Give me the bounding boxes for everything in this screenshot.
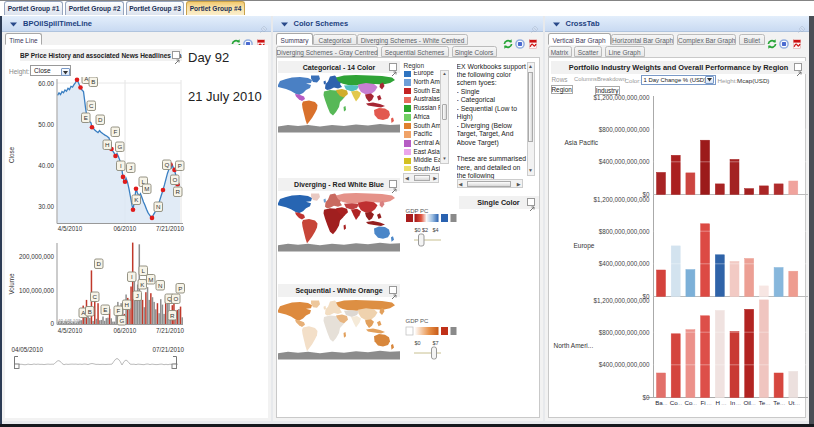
svg-text:...: ... bbox=[780, 399, 785, 406]
svg-text:$0: $0 bbox=[642, 394, 650, 401]
svg-text:30.00: 30.00 bbox=[38, 203, 54, 210]
svg-text:C: C bbox=[93, 293, 98, 300]
svg-text:100,000,000: 100,000,000 bbox=[19, 287, 55, 294]
svg-text:H: H bbox=[715, 399, 719, 406]
svg-text:40.00: 40.00 bbox=[38, 162, 54, 169]
svg-text:$800,000,000,000: $800,000,000,000 bbox=[598, 228, 649, 235]
svg-text:Fi: Fi bbox=[700, 399, 705, 406]
svg-text:M: M bbox=[148, 276, 153, 283]
svg-text:60.00: 60.00 bbox=[38, 80, 54, 87]
svg-text:Close: Close bbox=[8, 146, 15, 163]
svg-text:...: ... bbox=[691, 399, 696, 406]
svg-text:...: ... bbox=[662, 399, 667, 406]
svg-text:$1,200,000,000,000: $1,200,000,000,000 bbox=[593, 297, 650, 304]
svg-text:$0: $0 bbox=[414, 227, 420, 233]
svg-text:...: ... bbox=[706, 399, 711, 406]
svg-text:$1,200,000,000,000: $1,200,000,000,000 bbox=[593, 196, 650, 203]
svg-text:Q: Q bbox=[164, 161, 169, 168]
svg-text:07/21/2010: 07/21/2010 bbox=[152, 346, 184, 353]
svg-text:$4: $4 bbox=[432, 227, 438, 233]
svg-text:O: O bbox=[172, 176, 177, 183]
svg-text:4/5/2010: 4/5/2010 bbox=[58, 327, 83, 334]
svg-text:O: O bbox=[173, 295, 178, 302]
svg-text:...: ... bbox=[750, 399, 755, 406]
svg-text:North Ameri...: North Ameri... bbox=[553, 342, 593, 349]
svg-text:D: D bbox=[97, 260, 102, 267]
svg-text:J: J bbox=[136, 292, 139, 299]
svg-text:$400,000,000,000: $400,000,000,000 bbox=[598, 158, 649, 165]
svg-text:L: L bbox=[142, 267, 146, 274]
svg-text:06/2010: 06/2010 bbox=[114, 225, 137, 232]
svg-text:4/5/2010: 4/5/2010 bbox=[58, 225, 83, 232]
svg-text:J: J bbox=[129, 164, 132, 171]
svg-text:B: B bbox=[91, 78, 95, 85]
svg-text:0: 0 bbox=[50, 320, 54, 327]
svg-text:G: G bbox=[117, 143, 122, 150]
svg-text:$0: $0 bbox=[414, 340, 420, 346]
svg-text:N: N bbox=[158, 282, 162, 289]
svg-text:40,445,100: 40,445,100 bbox=[58, 319, 81, 324]
svg-text:200,000,000: 200,000,000 bbox=[19, 253, 55, 260]
svg-text:...: ... bbox=[794, 399, 799, 406]
svg-text:H: H bbox=[125, 301, 129, 308]
svg-text:...: ... bbox=[721, 399, 726, 406]
svg-text:...: ... bbox=[735, 399, 740, 406]
svg-text:$400,000,000,000: $400,000,000,000 bbox=[598, 361, 649, 368]
svg-text:$7: $7 bbox=[432, 340, 438, 346]
svg-text:F: F bbox=[116, 307, 120, 314]
svg-text:I: I bbox=[120, 162, 122, 169]
svg-text:N: N bbox=[156, 203, 160, 210]
svg-text:Asia Pacific: Asia Pacific bbox=[564, 139, 598, 146]
svg-text:I: I bbox=[131, 273, 133, 280]
svg-text:E: E bbox=[103, 306, 107, 313]
svg-text:F: F bbox=[113, 128, 117, 135]
svg-text:D: D bbox=[98, 116, 103, 123]
svg-text:E: E bbox=[84, 114, 88, 121]
svg-text:M: M bbox=[144, 185, 149, 192]
svg-text:...: ... bbox=[677, 399, 682, 406]
svg-text:Europe: Europe bbox=[573, 242, 594, 250]
svg-text:H: H bbox=[105, 141, 109, 148]
svg-text:In: In bbox=[729, 399, 735, 406]
svg-text:7/21/2010: 7/21/2010 bbox=[156, 225, 185, 232]
svg-text:$400,000,000,000: $400,000,000,000 bbox=[598, 260, 649, 267]
svg-text:...: ... bbox=[765, 399, 770, 406]
svg-text:$800,000,000,000: $800,000,000,000 bbox=[598, 126, 649, 133]
svg-text:04/05/2010: 04/05/2010 bbox=[12, 346, 44, 353]
svg-text:P: P bbox=[178, 285, 182, 292]
svg-text:R: R bbox=[176, 188, 181, 195]
svg-text:Ut: Ut bbox=[788, 399, 794, 406]
svg-text:$1,200,000,000,000: $1,200,000,000,000 bbox=[593, 94, 650, 101]
svg-text:06/2010: 06/2010 bbox=[114, 327, 137, 334]
svg-text:$800,000,000,000: $800,000,000,000 bbox=[598, 329, 649, 336]
svg-text:P: P bbox=[178, 162, 182, 169]
svg-text:G: G bbox=[119, 317, 124, 324]
svg-text:B: B bbox=[88, 308, 92, 315]
svg-text:Volume: Volume bbox=[8, 273, 15, 295]
svg-text:$2: $2 bbox=[422, 227, 428, 233]
svg-text:R: R bbox=[170, 312, 175, 319]
svg-text:50.00: 50.00 bbox=[38, 121, 54, 128]
svg-text:7/21/2010: 7/21/2010 bbox=[156, 327, 185, 334]
svg-text:C: C bbox=[89, 102, 94, 109]
